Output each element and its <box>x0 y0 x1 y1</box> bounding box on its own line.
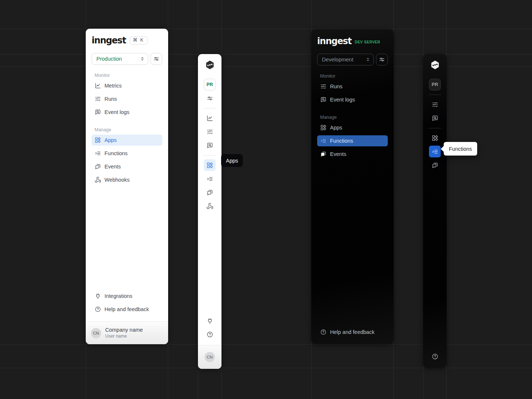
avatar: CN <box>91 328 101 338</box>
tooltip-label: Functions <box>449 146 472 152</box>
grid-line <box>0 54 532 54</box>
user-name: User name <box>105 334 143 339</box>
runs-icon <box>95 96 101 102</box>
rail-item-webhooks[interactable] <box>204 200 216 212</box>
apps-icon <box>432 135 439 142</box>
rail-item-functions[interactable] <box>204 173 216 185</box>
functions-icon <box>95 150 101 157</box>
help-circle-icon <box>206 331 213 338</box>
runs-icon <box>320 83 327 90</box>
help-circle-icon <box>320 329 327 335</box>
brand-row: inngest ⌘ K <box>92 35 162 46</box>
nav-item-runs[interactable]: Runs <box>317 81 388 92</box>
nav-item-functions[interactable]: Functions <box>317 135 388 146</box>
tooltip-functions: Functions <box>444 142 477 156</box>
nav-item-label: Events <box>104 164 121 170</box>
nav-item-events[interactable]: Events <box>317 149 388 160</box>
nav-item-integrations[interactable]: Integrations <box>92 291 162 302</box>
events-icon <box>206 189 213 196</box>
rail-item-runs[interactable] <box>429 99 441 110</box>
environment-value: Development <box>322 57 353 63</box>
company-name: Company name <box>105 327 143 333</box>
nav-item-label: Runs <box>330 83 343 89</box>
account-menu[interactable]: CN <box>198 345 221 369</box>
account-menu[interactable]: CN Company name User name <box>86 321 168 344</box>
grid-line <box>0 66 532 67</box>
chevron-up-down-icon <box>365 57 371 63</box>
events-icon <box>95 163 101 170</box>
rail-item-runs[interactable] <box>204 126 216 138</box>
rail-item-help[interactable] <box>429 350 441 362</box>
plug-icon <box>206 317 213 324</box>
rail-item-apps[interactable] <box>429 132 441 144</box>
nav-item-functions[interactable]: Functions <box>92 148 162 159</box>
design-canvas: inngest ⌘ K Production Monitor Metrics <box>0 0 532 399</box>
rail-item-event-logs[interactable] <box>204 139 216 151</box>
nav-item-label: Help and feedback <box>104 306 149 312</box>
nav-item-event-logs[interactable]: Event logs <box>317 94 388 105</box>
divider <box>203 155 216 156</box>
inngest-logo: inngest <box>317 37 351 46</box>
sidebar-light-collapsed: PR <box>198 54 221 369</box>
nav-item-apps[interactable]: Apps <box>317 122 388 133</box>
rail-item-events[interactable] <box>429 159 441 171</box>
webhooks-icon <box>206 203 213 210</box>
event-logs-icon <box>206 142 213 149</box>
nav-item-label: Help and feedback <box>330 329 375 335</box>
sliders-icon <box>206 95 213 102</box>
rail-item-integrations[interactable] <box>204 315 216 327</box>
rail-item-event-logs[interactable] <box>429 112 441 124</box>
rail-item-functions[interactable] <box>429 146 441 157</box>
runs-icon <box>206 128 213 135</box>
grid-line <box>0 344 532 345</box>
nav-item-label: Functions <box>330 138 353 144</box>
apps-icon <box>95 137 101 143</box>
nav-item-label: Apps <box>104 137 117 143</box>
environment-value: Production <box>96 56 122 62</box>
environment-badge[interactable]: PR <box>429 79 441 90</box>
plug-icon <box>95 293 101 299</box>
apps-icon <box>320 124 327 131</box>
tooltip-apps: Apps <box>221 154 243 167</box>
nav-item-runs[interactable]: Runs <box>92 93 162 104</box>
rail-item-events[interactable] <box>204 186 216 198</box>
nav-item-event-logs[interactable]: Event logs <box>92 107 162 118</box>
environment-select[interactable]: Development <box>317 54 374 65</box>
webhooks-icon <box>95 177 101 183</box>
events-icon <box>320 151 327 157</box>
nav-item-help-feedback[interactable]: Help and feedback <box>317 327 388 338</box>
environment-badge[interactable]: PR <box>204 79 216 90</box>
nav-item-label: Event logs <box>330 97 355 103</box>
nav-item-apps[interactable]: Apps <box>92 135 162 146</box>
rail-item-metrics[interactable] <box>204 112 216 124</box>
divider <box>429 95 441 95</box>
metrics-icon <box>95 82 101 89</box>
rail-item-help[interactable] <box>204 328 216 340</box>
section-label-monitor: Monitor <box>95 73 162 78</box>
chevron-up-down-icon <box>139 56 145 62</box>
nav-item-metrics[interactable]: Metrics <box>92 80 162 91</box>
inngest-hexagon-logo <box>430 60 440 70</box>
nav-item-help-feedback[interactable]: Help and feedback <box>92 304 162 315</box>
filter-settings-button[interactable] <box>150 53 162 65</box>
rail-item-filter-settings[interactable] <box>204 92 216 104</box>
rail-item-apps[interactable] <box>204 159 216 171</box>
command-k-shortcut[interactable]: ⌘ K <box>130 36 147 44</box>
sliders-icon <box>153 56 160 62</box>
filter-settings-button[interactable] <box>376 54 388 65</box>
nav-item-label: Apps <box>330 125 342 131</box>
nav-item-webhooks[interactable]: Webhooks <box>92 174 162 185</box>
avatar: CN <box>205 352 215 362</box>
section-label-manage: Manage <box>95 127 162 132</box>
sliders-icon <box>379 56 385 63</box>
functions-icon <box>432 148 439 155</box>
nav-item-label: Metrics <box>104 83 122 89</box>
nav-item-events[interactable]: Events <box>92 161 162 172</box>
sidebar-dark-collapsed: PR <box>423 54 447 368</box>
functions-icon <box>206 175 213 182</box>
event-logs-icon <box>95 109 101 115</box>
environment-select[interactable]: Production <box>92 53 148 65</box>
section-label-manage: Manage <box>320 115 388 120</box>
grid-line <box>0 29 532 29</box>
events-icon <box>432 162 439 169</box>
